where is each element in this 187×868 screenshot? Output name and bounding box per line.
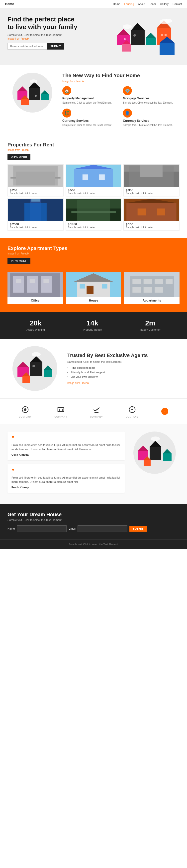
property-desc-6: Sample text click to select: [126, 226, 177, 229]
svg-rect-73: [155, 279, 163, 284]
property-price-5: $ 1450: [68, 223, 119, 226]
office-image: [7, 272, 63, 297]
nav-team[interactable]: Team: [149, 2, 156, 5]
property-desc-5: Sample text click to select: [68, 226, 119, 229]
svg-rect-74: [166, 279, 173, 284]
svg-rect-37: [99, 174, 105, 180]
table-row[interactable]: $ 1450 Sample text click to select: [65, 198, 122, 230]
company-logo-4: [127, 405, 137, 414]
property-image-6: [124, 199, 179, 221]
properties-section: Properties For Rent Image from Freepik V…: [0, 134, 187, 238]
property-desc-1: Sample text click to select: [10, 192, 61, 195]
nav-gallery[interactable]: Gallery: [160, 2, 168, 5]
apartments-label: Appartments: [124, 297, 180, 304]
service-mortgage-desc: Sample text. Click to select the Text El…: [123, 101, 180, 104]
svg-rect-25: [21, 99, 29, 105]
table-row[interactable]: $ 250 Sample text click to select: [7, 164, 63, 196]
list-item[interactable]: Office: [7, 272, 63, 304]
stat-customer: 2m Happy Customer: [140, 319, 161, 331]
svg-rect-72: [143, 279, 152, 284]
testimonial-1: ” Proin sed libero enim sed faucibus tur…: [7, 432, 125, 460]
nav-home[interactable]: Home: [113, 2, 120, 5]
table-row[interactable]: $ 2500 Sample text click to select: [7, 198, 63, 230]
svg-point-104: [151, 436, 160, 441]
company-logo-2: [56, 405, 66, 414]
svg-marker-3: [131, 23, 144, 30]
dream-house-form: Name Email SUBMIT: [7, 525, 180, 532]
trusted-illustration: [7, 346, 62, 391]
testimonial-text-1: Proin sed libero enim sed faucibus turpi…: [11, 443, 121, 451]
quote-mark-1: ”: [11, 435, 121, 441]
svg-point-27: [30, 80, 37, 84]
explore-img-link[interactable]: Image from Freepik: [7, 252, 180, 255]
svg-rect-67: [80, 284, 85, 288]
dream-house-submit-button[interactable]: SUBMIT: [129, 526, 147, 532]
list-item: Friendly host & Fast support: [67, 371, 180, 374]
house-label: House: [66, 297, 121, 304]
stat-award-label: Award Winning: [26, 328, 45, 331]
explore-view-more-button[interactable]: VIEW MORE: [7, 258, 30, 264]
svg-rect-4: [146, 38, 156, 45]
svg-rect-45: [31, 199, 39, 202]
name-input[interactable]: [17, 525, 66, 532]
svg-rect-44: [24, 203, 47, 221]
hero-illustration: [110, 16, 180, 60]
nav-about[interactable]: About: [138, 2, 145, 5]
list-item[interactable]: House: [66, 272, 121, 304]
testimonial-author-1: Celia Almeda: [11, 453, 121, 456]
list-item: List your own property: [67, 375, 180, 378]
testimonial-text-2: Proin sed libero enim sed faucibus turpi…: [11, 475, 121, 484]
company-label-2: COMPANY: [54, 415, 67, 418]
new-way-content: The New Way to Find Your Home Image from…: [62, 73, 180, 127]
svg-rect-14: [161, 34, 163, 36]
svg-rect-21: [29, 88, 40, 100]
nav-contact[interactable]: Contact: [172, 2, 182, 5]
svg-rect-23: [41, 94, 49, 100]
testimonials-section: ” Proin sed libero enim sed faucibus tur…: [0, 424, 187, 504]
svg-rect-68: [102, 284, 107, 288]
trusted-svg: [16, 350, 54, 387]
trusted-img-link[interactable]: Image from Freepik: [67, 382, 89, 384]
table-row[interactable]: $ 150 Sample text click to select: [124, 198, 180, 230]
svg-rect-53: [138, 209, 146, 215]
new-way-img-link[interactable]: Image from Freepik: [62, 80, 180, 83]
hero-submit-button[interactable]: SUBMIT: [47, 43, 64, 50]
list-item[interactable]: Appartments: [124, 272, 180, 304]
services-grid: 🏠 Property Management Sample text. Click…: [62, 86, 180, 127]
hero-img-link[interactable]: Image from Freepik: [7, 37, 110, 40]
company-logo-3: [91, 405, 102, 414]
property-info-2: $ 550 Sample text click to select: [66, 187, 122, 196]
properties-view-more-button[interactable]: VIEW MORE: [7, 154, 30, 160]
company-2: COMPANY: [54, 405, 67, 418]
nav-landing[interactable]: Landing: [124, 2, 134, 5]
svg-rect-10: [122, 44, 131, 52]
trusted-circle: [12, 346, 57, 391]
svg-rect-102: [143, 460, 151, 466]
svg-rect-66: [86, 286, 94, 294]
svg-rect-90: [58, 408, 64, 411]
service-mortgage: ⚙️ Mortgage Services Sample text. Click …: [123, 86, 180, 104]
svg-rect-58: [27, 276, 38, 293]
svg-marker-99: [150, 441, 161, 447]
email-input[interactable]: [78, 525, 127, 532]
svg-point-18: [123, 24, 132, 29]
property-info-1: $ 250 Sample text click to select: [8, 187, 63, 196]
table-row[interactable]: $ 350 Sample text click to select: [124, 164, 180, 196]
stat-property: 14k Property Ready: [83, 319, 102, 331]
hero-section: Find the perfect placeto live with your …: [0, 8, 187, 65]
properties-img-link[interactable]: Image from Freepik: [7, 149, 180, 151]
table-row[interactable]: $ 550 Sample text click to select: [65, 164, 122, 196]
property-info-4: $ 2500 Sample text click to select: [8, 221, 63, 230]
companies-next-button[interactable]: ›: [161, 408, 168, 415]
hero-email-input[interactable]: [7, 43, 47, 50]
apartment-types-grid: Office House: [7, 272, 180, 304]
nav-logo[interactable]: Home: [5, 2, 14, 6]
new-way-title: The New Way to Find Your Home: [62, 73, 180, 79]
property-image-5: [66, 199, 122, 221]
hero-title: Find the perfect placeto live with your …: [7, 16, 110, 31]
testimonial-svg: [137, 435, 173, 471]
svg-rect-100: [163, 454, 171, 461]
property-price-6: $ 150: [126, 223, 177, 226]
property-price-1: $ 250: [10, 188, 61, 192]
hero-subtitle: Sample text. Click to select the Text El…: [7, 33, 110, 36]
